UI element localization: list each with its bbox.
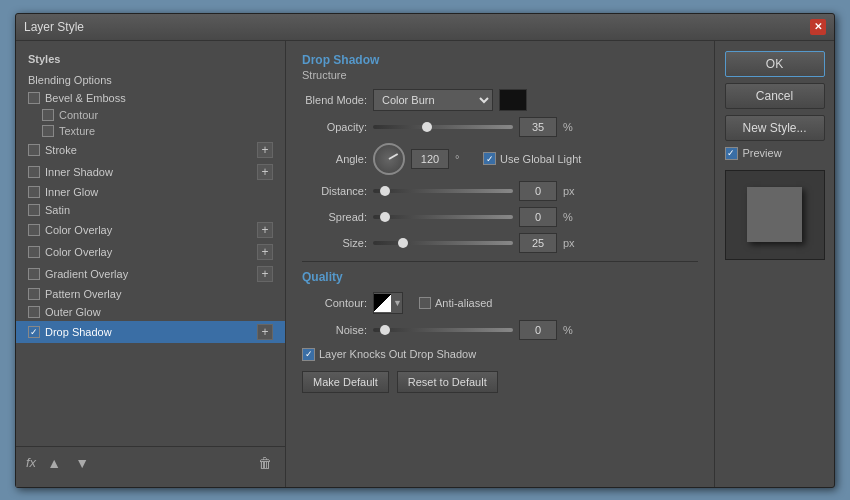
drop-shadow-checkbox[interactable]: ✓ — [28, 326, 40, 338]
opacity-slider-container — [373, 125, 513, 129]
delete-button[interactable]: 🗑 — [255, 453, 275, 473]
sidebar-item-texture[interactable]: Texture — [16, 123, 285, 139]
spread-slider-track[interactable] — [373, 215, 513, 219]
satin-checkbox[interactable] — [28, 204, 40, 216]
blend-mode-select[interactable]: Color Burn Normal Multiply Screen — [373, 89, 493, 111]
contour-row: Contour: ▼ Anti-aliased — [302, 292, 698, 314]
distance-unit: px — [563, 185, 577, 197]
sidebar-item-pattern-overlay[interactable]: Pattern Overlay — [16, 285, 285, 303]
opacity-slider-thumb[interactable] — [422, 122, 432, 132]
preview-box — [725, 170, 825, 260]
distance-row: Distance: px — [302, 181, 698, 201]
inner-shadow-label: Inner Shadow — [45, 166, 113, 178]
satin-label: Satin — [45, 204, 70, 216]
size-input[interactable] — [519, 233, 557, 253]
bevel-emboss-checkbox[interactable] — [28, 92, 40, 104]
knockout-checkbox[interactable]: ✓ — [302, 348, 315, 361]
blend-mode-row: Blend Mode: Color Burn Normal Multiply S… — [302, 89, 698, 111]
angle-dial[interactable] — [373, 143, 405, 175]
opacity-label: Opacity: — [302, 121, 367, 133]
dialog-body: Styles Blending Options Bevel & Emboss C… — [16, 41, 834, 487]
reset-default-button[interactable]: Reset to Default — [397, 371, 498, 393]
distance-slider-thumb[interactable] — [380, 186, 390, 196]
spread-input[interactable] — [519, 207, 557, 227]
stroke-plus-button[interactable]: + — [257, 142, 273, 158]
inner-shadow-plus-button[interactable]: + — [257, 164, 273, 180]
use-global-light-checkbox[interactable]: ✓ — [483, 152, 496, 165]
angle-label: Angle: — [302, 153, 367, 165]
gradient-overlay-label: Gradient Overlay — [45, 268, 128, 280]
distance-input[interactable] — [519, 181, 557, 201]
anti-aliased-row: Anti-aliased — [419, 297, 492, 309]
structure-subtitle: Structure — [302, 69, 698, 81]
color-overlay-2-label: Color Overlay — [45, 246, 112, 258]
gradient-overlay-plus-button[interactable]: + — [257, 266, 273, 282]
ok-button[interactable]: OK — [725, 51, 825, 77]
move-up-button[interactable]: ▲ — [44, 453, 64, 473]
spread-slider-container — [373, 215, 513, 219]
make-default-button[interactable]: Make Default — [302, 371, 389, 393]
move-down-button[interactable]: ▼ — [72, 453, 92, 473]
knockout-row: ✓ Layer Knocks Out Drop Shadow — [302, 348, 698, 361]
inner-glow-checkbox[interactable] — [28, 186, 40, 198]
close-button[interactable]: ✕ — [810, 19, 826, 35]
preview-checkbox[interactable]: ✓ — [725, 147, 738, 160]
cancel-button[interactable]: Cancel — [725, 83, 825, 109]
noise-slider-thumb[interactable] — [380, 325, 390, 335]
noise-slider-track[interactable] — [373, 328, 513, 332]
outer-glow-label: Outer Glow — [45, 306, 101, 318]
preview-square — [747, 187, 802, 242]
color-overlay-1-label: Color Overlay — [45, 224, 112, 236]
texture-checkbox[interactable] — [42, 125, 54, 137]
distance-slider-track[interactable] — [373, 189, 513, 193]
sidebar-item-bevel-emboss[interactable]: Bevel & Emboss — [16, 89, 285, 107]
sidebar-item-inner-shadow[interactable]: Inner Shadow + — [16, 161, 285, 183]
outer-glow-checkbox[interactable] — [28, 306, 40, 318]
anti-aliased-checkbox[interactable] — [419, 297, 431, 309]
spread-slider-thumb[interactable] — [380, 212, 390, 222]
blend-mode-color-swatch[interactable] — [499, 89, 527, 111]
pattern-overlay-checkbox[interactable] — [28, 288, 40, 300]
opacity-slider-track[interactable] — [373, 125, 513, 129]
sidebar-item-blending-options[interactable]: Blending Options — [16, 71, 285, 89]
sidebar-item-inner-glow[interactable]: Inner Glow — [16, 183, 285, 201]
knockout-label: Layer Knocks Out Drop Shadow — [319, 348, 476, 360]
contour-checkbox[interactable] — [42, 109, 54, 121]
stroke-checkbox[interactable] — [28, 144, 40, 156]
noise-input[interactable] — [519, 320, 557, 340]
color-overlay-1-plus-button[interactable]: + — [257, 222, 273, 238]
contour-picker[interactable]: ▼ — [373, 292, 403, 314]
sidebar-item-drop-shadow[interactable]: ✓ Drop Shadow + — [16, 321, 285, 343]
sidebar-item-contour[interactable]: Contour — [16, 107, 285, 123]
noise-label: Noise: — [302, 324, 367, 336]
right-panel: OK Cancel New Style... ✓ Preview — [714, 41, 834, 487]
drop-shadow-plus-button[interactable]: + — [257, 324, 273, 340]
gradient-overlay-checkbox[interactable] — [28, 268, 40, 280]
size-label: Size: — [302, 237, 367, 249]
spread-unit: % — [563, 211, 577, 223]
layer-style-dialog: Layer Style ✕ Styles Blending Options Be… — [15, 13, 835, 488]
size-slider-track[interactable] — [373, 241, 513, 245]
size-slider-thumb[interactable] — [398, 238, 408, 248]
opacity-input[interactable] — [519, 117, 557, 137]
dialog-title: Layer Style — [24, 20, 84, 34]
panel-bottom-toolbar: fx ▲ ▼ 🗑 — [16, 446, 285, 479]
sidebar-item-color-overlay-1[interactable]: Color Overlay + — [16, 219, 285, 241]
use-global-light-label: Use Global Light — [500, 153, 581, 165]
color-overlay-2-checkbox[interactable] — [28, 246, 40, 258]
sidebar-item-stroke[interactable]: Stroke + — [16, 139, 285, 161]
new-style-button[interactable]: New Style... — [725, 115, 825, 141]
section-title: Drop Shadow — [302, 53, 698, 67]
sidebar-item-satin[interactable]: Satin — [16, 201, 285, 219]
sidebar-item-gradient-overlay[interactable]: Gradient Overlay + — [16, 263, 285, 285]
color-overlay-1-checkbox[interactable] — [28, 224, 40, 236]
use-global-light-row: ✓ Use Global Light — [483, 152, 581, 165]
pattern-overlay-label: Pattern Overlay — [45, 288, 121, 300]
angle-input[interactable] — [411, 149, 449, 169]
sidebar-item-outer-glow[interactable]: Outer Glow — [16, 303, 285, 321]
anti-aliased-label: Anti-aliased — [435, 297, 492, 309]
inner-shadow-checkbox[interactable] — [28, 166, 40, 178]
left-panel: Styles Blending Options Bevel & Emboss C… — [16, 41, 286, 487]
sidebar-item-color-overlay-2[interactable]: Color Overlay + — [16, 241, 285, 263]
color-overlay-2-plus-button[interactable]: + — [257, 244, 273, 260]
